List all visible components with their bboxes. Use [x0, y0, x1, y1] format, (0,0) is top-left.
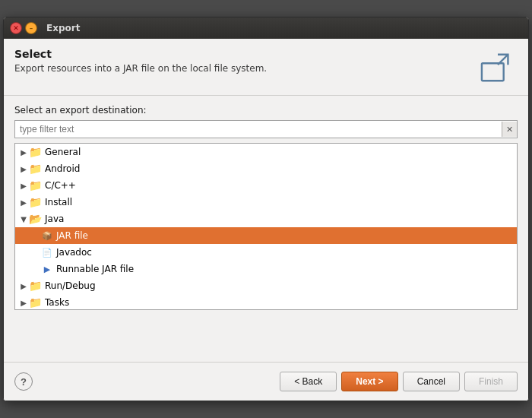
filter-row: ✕ — [14, 120, 518, 138]
header-area: Select Export resources into a JAR file … — [4, 39, 528, 96]
tree-label-runnablejar: Runnable JAR file — [56, 264, 134, 274]
expand-arrow-android: ▶ — [18, 165, 29, 173]
tree-item-tasks[interactable]: ▶ 📁 Tasks — [15, 294, 517, 310]
titlebar-buttons: ✕ – — [10, 22, 37, 34]
filter-label: Select an export destination: — [14, 105, 518, 116]
folder-icon-tasks: 📁 — [29, 296, 42, 309]
tree-label-rundebug: Run/Debug — [45, 280, 96, 291]
expand-arrow-java: ▼ — [18, 215, 29, 223]
tree-item-java[interactable]: ▼ 📂 Java — [15, 211, 517, 227]
expand-arrow-tasks: ▶ — [18, 299, 29, 307]
tree-label-tasks: Tasks — [45, 297, 69, 308]
back-label: < Back — [294, 376, 322, 387]
header-left: Select Export resources into a JAR file … — [14, 48, 267, 74]
folder-icon-android: 📁 — [29, 163, 42, 175]
window-title: Export — [46, 23, 80, 33]
tree-container[interactable]: ▶ 📁 General ▶ 📁 Android ▶ 📁 C/C++ ▶ 📁 In… — [14, 143, 518, 310]
export-icon — [480, 50, 515, 85]
clear-icon: ✕ — [506, 125, 513, 135]
export-window: ✕ – Export Select Export resources into … — [3, 17, 529, 401]
back-button[interactable]: < Back — [280, 372, 337, 391]
expand-arrow-install: ▶ — [18, 198, 29, 207]
folder-icon-cpp: 📁 — [29, 179, 42, 192]
filter-clear-button[interactable]: ✕ — [502, 122, 517, 137]
button-group: < Back Next > Cancel Finish — [280, 372, 518, 391]
finish-button[interactable]: Finish — [464, 372, 518, 391]
header-select-label: Select — [14, 48, 267, 60]
tree-item-cpp[interactable]: ▶ 📁 C/C++ — [15, 177, 517, 194]
help-button[interactable]: ? — [14, 372, 33, 391]
expand-arrow-rundebug: ▶ — [18, 282, 29, 290]
svg-rect-0 — [482, 63, 504, 81]
tree-item-android[interactable]: ▶ 📁 Android — [15, 160, 517, 177]
tree-label-install: Install — [45, 197, 72, 207]
help-icon: ? — [21, 376, 27, 388]
close-button[interactable]: ✕ — [10, 22, 22, 34]
tree-label-jarfile: JAR file — [56, 230, 88, 241]
tree-label-java: Java — [45, 214, 64, 224]
folder-icon-install: 📁 — [29, 196, 42, 208]
bottom-area: ? < Back Next > Cancel Finish — [4, 362, 528, 401]
tree-item-install[interactable]: ▶ 📁 Install — [15, 194, 517, 211]
expand-arrow-cpp: ▶ — [18, 182, 29, 190]
header-description: Export resources into a JAR file on the … — [14, 63, 267, 74]
finish-label: Finish — [479, 376, 503, 387]
folder-icon-rundebug: 📁 — [29, 280, 42, 292]
tree-label-cpp: C/C++ — [45, 180, 76, 191]
folder-icon-java: 📂 — [29, 213, 42, 225]
folder-icon-general: 📁 — [29, 146, 42, 158]
next-button[interactable]: Next > — [341, 372, 397, 391]
tree-label-general: General — [45, 147, 81, 157]
tree-item-rundebug[interactable]: ▶ 📁 Run/Debug — [15, 277, 517, 294]
minimize-button[interactable]: – — [25, 22, 37, 34]
javadoc-icon: 📄 — [41, 248, 53, 258]
expand-arrow-general: ▶ — [18, 148, 29, 157]
export-icon-container — [478, 48, 518, 87]
cancel-label: Cancel — [417, 376, 445, 387]
tree-item-jarfile[interactable]: 📦 JAR file — [15, 227, 517, 244]
cancel-button[interactable]: Cancel — [403, 372, 460, 391]
next-label: Next > — [356, 376, 383, 387]
close-icon: ✕ — [13, 24, 19, 32]
runjar-icon: ▶ — [41, 264, 53, 274]
tree-label-android: Android — [45, 163, 80, 174]
tree-item-general[interactable]: ▶ 📁 General — [15, 144, 517, 160]
tree-item-runnablejar[interactable]: ▶ Runnable JAR file — [15, 261, 517, 277]
titlebar: ✕ – Export — [4, 17, 528, 39]
tree-item-javadoc[interactable]: 📄 Javadoc — [15, 244, 517, 261]
main-area: Select an export destination: ✕ ▶ 📁 Gene… — [4, 96, 528, 316]
filter-input[interactable] — [15, 121, 502, 138]
jar-icon: 📦 — [41, 231, 53, 241]
minimize-icon: – — [30, 24, 33, 32]
tree-label-javadoc: Javadoc — [56, 247, 92, 258]
